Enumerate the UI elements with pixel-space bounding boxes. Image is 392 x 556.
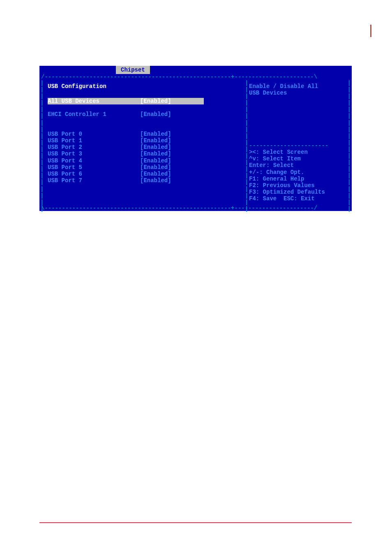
help-divider: ----------------------- [249,142,352,149]
nav-save-exit: F4: Save ESC: Exit [249,195,352,202]
section-title: USB Configuration [48,83,245,90]
nav-select-item: ^v: Select Item [249,155,352,162]
setting-label: USB Port 6 [48,171,140,177]
footer-divider [39,522,352,523]
setting-value: [Enabled] [140,131,171,137]
setting-value: [Enabled] [140,158,171,164]
setting-value: [Enabled] [140,164,171,171]
setting-ehci-controller-1[interactable]: EHCI Controller 1 [Enabled] [48,111,245,118]
setting-usb-port-2[interactable]: USB Port 2 [Enabled] [48,144,245,151]
blank-row [249,129,352,136]
blank-row [249,116,352,123]
bios-window: Chipset /-------------------------------… [39,66,352,211]
nav-change-opt: +/-: Change Opt. [249,169,352,176]
setting-value: [Enabled] [140,144,171,151]
tab-spacer-left [39,66,116,74]
tab-row: Chipset [39,66,352,74]
setting-usb-port-5[interactable]: USB Port 5 [Enabled] [48,164,245,171]
blank-row [249,109,352,116]
setting-label: EHCI Controller 1 [48,111,140,118]
nav-select-screen: ><: Select Screen [249,149,352,155]
setting-value: [Enabled] [140,137,171,144]
nav-general-help: F1: General Help [249,176,352,182]
blank-row [48,124,245,131]
setting-label: USB Port 1 [48,137,140,144]
help-description: Enable / Disable All USB Devices [249,83,352,96]
nav-previous-values: F2: Previous Values [249,182,352,189]
border-middle: |||||||||||||||||||| [245,80,248,212]
setting-label: USB Port 2 [48,144,140,151]
blank-row [48,91,245,98]
setting-usb-port-1[interactable]: USB Port 1 [Enabled] [48,137,245,144]
blank-row [48,104,245,111]
setting-label: USB Port 0 [48,131,140,137]
blank-row [249,103,352,109]
left-panel: USB Configuration All USB Devices [Enabl… [39,80,245,205]
nav-enter-select: Enter: Select [249,162,352,169]
border-right: |||||||||||||||||||| [348,80,351,212]
blank-row [249,96,352,103]
setting-value: [Enabled] [140,151,171,157]
setting-label: All USB Devices [48,98,140,104]
page-marker [370,25,371,37]
setting-label: USB Port 7 [48,177,140,184]
blank-row [249,136,352,142]
setting-all-usb-devices[interactable]: All USB Devices [Enabled] [48,98,204,104]
setting-usb-port-6[interactable]: USB Port 6 [Enabled] [48,171,245,177]
bottom-border: \---------------------------------------… [39,205,352,211]
setting-value: [Enabled] [140,171,171,177]
tab-spacer-right [150,66,352,74]
setting-usb-port-7[interactable]: USB Port 7 [Enabled] [48,177,245,184]
bios-body: |||||||||||||||||||| |||||||||||||||||||… [39,80,352,205]
tab-chipset[interactable]: Chipset [116,66,150,74]
top-border: /---------------------------------------… [39,74,352,80]
setting-label: USB Port 5 [48,164,140,171]
blank-row [48,118,245,124]
setting-usb-port-3[interactable]: USB Port 3 [Enabled] [48,151,245,157]
blank-row [249,123,352,129]
border-left: |||||||||||||||||||| [40,80,44,212]
setting-value: [Enabled] [140,177,171,184]
setting-label: USB Port 4 [48,158,140,164]
setting-usb-port-4[interactable]: USB Port 4 [Enabled] [48,158,245,164]
setting-value: [Enabled] [140,111,171,118]
nav-optimized-defaults: F3: Optimized Defaults [249,189,352,195]
setting-value: [Enabled] [140,98,171,104]
setting-label: USB Port 3 [48,151,140,157]
right-panel: Enable / Disable All USB Devices -------… [245,80,352,205]
setting-usb-port-0[interactable]: USB Port 0 [Enabled] [48,131,245,137]
